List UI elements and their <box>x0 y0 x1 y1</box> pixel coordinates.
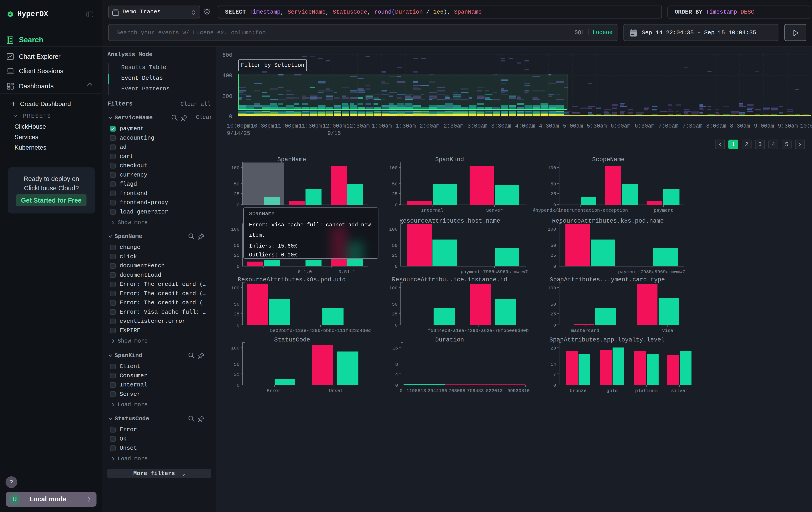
svg-text:14: 14 <box>551 362 556 367</box>
svg-text:25: 25 <box>392 253 398 258</box>
svg-text:400: 400 <box>222 73 232 79</box>
svg-text:100: 100 <box>389 165 398 170</box>
svg-text:25: 25 <box>392 191 398 196</box>
svg-text:0: 0 <box>553 264 556 269</box>
svg-text:3:30am: 3:30am <box>491 123 511 129</box>
svg-text:25: 25 <box>392 312 398 317</box>
svg-text:SpanAttributes...yment.card_ty: SpanAttributes...yment.card_type <box>550 276 665 283</box>
svg-text:4:30am: 4:30am <box>539 123 559 129</box>
svg-text:SpanAttributes.app.loyalty.lev: SpanAttributes.app.loyalty.level <box>549 336 665 343</box>
svg-text:10:00am: 10:00am <box>800 123 812 129</box>
svg-text:3:00am: 3:00am <box>467 123 487 129</box>
svg-text:bronze: bronze <box>570 388 586 393</box>
svg-text:9/15: 9/15 <box>327 130 341 137</box>
svg-text:5e02b5fb-13ae-4296-bbbc-111f42: 5e02b5fb-13ae-4296-bbbc-111f423c460d <box>270 328 371 333</box>
svg-text:6:30am: 6:30am <box>635 123 655 129</box>
svg-text:7: 7 <box>553 372 556 377</box>
svg-text:Internal: Internal <box>421 208 443 213</box>
svg-text:9:30am: 9:30am <box>778 123 798 129</box>
svg-text:6:00am: 6:00am <box>611 123 631 129</box>
svg-text:mastercard: mastercard <box>571 328 599 333</box>
svg-text:7:30am: 7:30am <box>683 123 702 129</box>
svg-text:0: 0 <box>395 323 398 328</box>
svg-text:8: 8 <box>395 362 398 367</box>
svg-text:7:00am: 7:00am <box>658 123 678 129</box>
svg-text:0: 0 <box>237 203 239 208</box>
svg-text:100: 100 <box>548 227 556 232</box>
svg-text:25: 25 <box>551 253 556 258</box>
svg-text:759483: 759483 <box>467 388 484 393</box>
svg-text:8:30am: 8:30am <box>730 123 750 129</box>
svg-text:ResourceAttributes.k8s.pod.nam: ResourceAttributes.k8s.pod.name <box>552 218 664 224</box>
svg-text:10:00pm: 10:00pm <box>227 123 250 129</box>
svg-text:SpanKind: SpanKind <box>435 156 464 163</box>
svg-text:100: 100 <box>231 227 239 232</box>
svg-text:50: 50 <box>234 362 239 367</box>
svg-text:1198813: 1198813 <box>406 388 426 393</box>
svg-text:25: 25 <box>234 253 239 258</box>
svg-text:0: 0 <box>553 383 556 388</box>
svg-text:11:30pm: 11:30pm <box>298 123 322 129</box>
svg-text:11:00pm: 11:00pm <box>274 123 298 129</box>
svg-text:1:30am: 1:30am <box>396 123 416 129</box>
svg-text:50: 50 <box>234 182 239 187</box>
svg-text:822013: 822013 <box>486 388 503 393</box>
svg-text:100: 100 <box>231 346 239 351</box>
svg-text:703098: 703098 <box>448 388 465 393</box>
svg-text:0: 0 <box>395 203 398 208</box>
svg-text:100: 100 <box>548 165 556 170</box>
svg-text:f5344ec9-a1ea-4290-a62a-78f5be: f5344ec9-a1ea-4290-a62a-78f5bee8d90b <box>428 328 529 333</box>
svg-text:28: 28 <box>551 346 556 351</box>
svg-text:0: 0 <box>553 323 556 328</box>
svg-text:0.51.1: 0.51.1 <box>339 269 355 274</box>
svg-text:50: 50 <box>234 302 239 307</box>
svg-text:gold: gold <box>607 388 618 393</box>
svg-text:100: 100 <box>548 286 556 291</box>
svg-text:StatusCode: StatusCode <box>274 336 310 343</box>
svg-text:2944180: 2944180 <box>428 388 447 393</box>
svg-text:payment-7985c8969c-mwmw7: payment-7985c8969c-mwmw7 <box>461 269 528 274</box>
svg-text:0: 0 <box>237 264 239 269</box>
svg-text:0: 0 <box>237 323 239 328</box>
svg-text:9:00am: 9:00am <box>754 123 774 129</box>
svg-text:12:00am: 12:00am <box>322 123 346 129</box>
svg-text:silver: silver <box>671 388 688 393</box>
svg-text:16: 16 <box>393 346 398 351</box>
svg-text:4:00am: 4:00am <box>515 123 535 129</box>
svg-text:Error: Error <box>267 388 281 393</box>
svg-text:200: 200 <box>222 93 232 100</box>
svg-text:50: 50 <box>234 243 239 248</box>
svg-text:Unset: Unset <box>329 388 343 393</box>
svg-text:50: 50 <box>551 243 556 248</box>
svg-text:payment-7985c8969c-mwmw7: payment-7985c8969c-mwmw7 <box>618 269 685 274</box>
svg-text:50: 50 <box>392 302 398 307</box>
svg-text:100: 100 <box>389 227 398 232</box>
svg-text:@hyperdx/instrumentation-excep: @hyperdx/instrumentation-exception <box>533 208 628 213</box>
svg-text:0: 0 <box>229 113 232 120</box>
svg-text:25: 25 <box>234 312 239 317</box>
svg-text:100: 100 <box>231 165 239 170</box>
svg-text:ResourceAttributes.host.name: ResourceAttributes.host.name <box>399 218 500 224</box>
svg-text:100: 100 <box>389 286 398 291</box>
svg-text:visa: visa <box>662 328 673 333</box>
svg-text:25: 25 <box>551 191 556 196</box>
svg-text:5:00am: 5:00am <box>563 123 583 129</box>
svg-text:25: 25 <box>234 191 239 196</box>
svg-text:ResourceAttribu..ice.instance.: ResourceAttribu..ice.instance.id <box>392 276 507 283</box>
svg-text:9/14/25: 9/14/25 <box>227 130 250 137</box>
svg-text:0: 0 <box>395 264 398 269</box>
svg-text:2:30am: 2:30am <box>443 123 464 129</box>
svg-text:SpanName: SpanName <box>277 156 306 163</box>
svg-text:0: 0 <box>395 383 398 388</box>
svg-text:0: 0 <box>400 388 403 393</box>
svg-text:10:30pm: 10:30pm <box>251 123 274 129</box>
svg-text:0: 0 <box>553 203 556 208</box>
svg-text:12:30am: 12:30am <box>346 123 370 129</box>
svg-text:2:00am: 2:00am <box>419 123 440 129</box>
svg-text:600: 600 <box>222 52 232 58</box>
svg-text:50: 50 <box>392 243 398 248</box>
svg-text:Server: Server <box>486 208 503 213</box>
svg-text:8:00am: 8:00am <box>706 123 726 129</box>
svg-text:100: 100 <box>231 286 239 291</box>
svg-text:25: 25 <box>551 312 556 317</box>
